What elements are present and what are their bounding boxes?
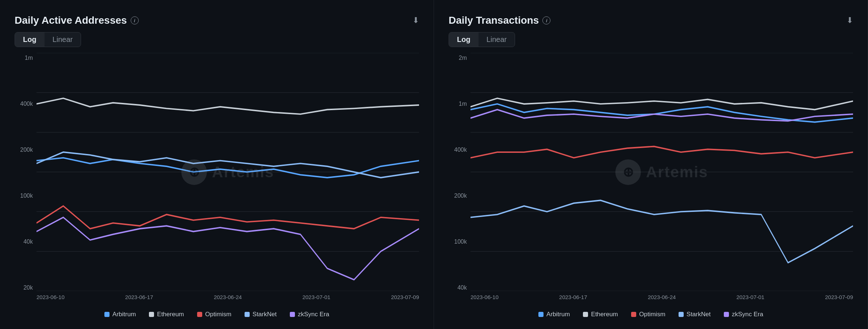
- panel-title-text-1: Daily Active Addresses: [15, 15, 127, 26]
- toggle-group-1: Log Linear: [15, 32, 81, 47]
- x-label-2-2: 2023-06-24: [648, 294, 676, 302]
- legend-dot-zksync-1: [290, 312, 295, 317]
- legend-dot-arbitrum-1: [104, 312, 110, 317]
- y-label-1m: 1m: [15, 55, 37, 61]
- chart-svg-2: ⊕ Artemis: [471, 53, 853, 291]
- toggle-log-2[interactable]: Log: [449, 32, 479, 47]
- legend-item-ethereum-2: Ethereum: [583, 311, 618, 318]
- legend-label-optimism-1: Optimism: [205, 311, 231, 318]
- chart-inner-2: ⊕ Artemis: [471, 53, 853, 302]
- legend-item-starknet-2: StarkNet: [679, 311, 711, 318]
- y-label-1m: 1m: [449, 101, 471, 107]
- panel-title-1: Daily Active Addresses i: [15, 15, 139, 26]
- chart-area-1: 1m 400k 200k 100k 40k 20k ⊕ Artemis: [15, 53, 419, 302]
- x-label-1-3: 2023-07-01: [302, 294, 330, 302]
- legend-label-zksync-2: zkSync Era: [732, 311, 763, 318]
- panel-header-2: Daily Transactions i ⬇: [449, 15, 853, 26]
- legend-item-starknet-1: StarkNet: [245, 311, 277, 318]
- y-axis-1: 1m 400k 200k 100k 40k 20k: [15, 53, 37, 302]
- panel-daily-active-addresses: Daily Active Addresses i ⬇ Log Linear 1m…: [0, 0, 434, 329]
- legend-dot-zksync-2: [724, 312, 729, 317]
- legend-item-zksync-2: zkSync Era: [724, 311, 763, 318]
- legend-item-arbitrum-1: Arbitrum: [104, 311, 136, 318]
- legend-dot-optimism-2: [631, 312, 636, 317]
- download-button-1[interactable]: ⬇: [412, 16, 419, 25]
- x-label-1-4: 2023-07-09: [391, 294, 419, 302]
- y-label-40k-2: 40k: [449, 285, 471, 291]
- legend-dot-optimism-1: [197, 312, 202, 317]
- legend-label-starknet-2: StarkNet: [687, 311, 711, 318]
- y-label-40k: 40k: [15, 239, 37, 245]
- toggle-linear-2[interactable]: Linear: [479, 32, 515, 47]
- x-label-2-1: 2023-06-17: [559, 294, 587, 302]
- y-label-200k-2: 200k: [449, 193, 471, 199]
- legend-dot-arbitrum-2: [538, 312, 544, 317]
- legend-item-arbitrum-2: Arbitrum: [538, 311, 570, 318]
- legend-1: Arbitrum Ethereum Optimism StarkNet zkSy…: [15, 308, 419, 318]
- x-label-2-0: 2023-06-10: [471, 294, 499, 302]
- info-icon-1[interactable]: i: [131, 16, 139, 24]
- y-label-20k: 20k: [15, 285, 37, 291]
- chart-svg-element-2: [471, 53, 853, 291]
- legend-dot-starknet-2: [679, 312, 684, 317]
- y-axis-2: 2m 1m 400k 200k 100k 40k: [449, 53, 471, 302]
- panel-title-text-2: Daily Transactions: [449, 15, 539, 26]
- x-label-1-2: 2023-06-24: [214, 294, 242, 302]
- x-axis-2: 2023-06-10 2023-06-17 2023-06-24 2023-07…: [471, 291, 853, 302]
- legend-label-ethereum-1: Ethereum: [157, 311, 184, 318]
- legend-dot-ethereum-2: [583, 312, 588, 317]
- panel-title-2: Daily Transactions i: [449, 15, 550, 26]
- panel-header-1: Daily Active Addresses i ⬇: [15, 15, 419, 26]
- y-label-100k: 100k: [15, 193, 37, 199]
- y-label-400k-2: 400k: [449, 147, 471, 153]
- x-label-2-3: 2023-07-01: [736, 294, 764, 302]
- toggle-group-2: Log Linear: [449, 32, 515, 47]
- info-icon-2[interactable]: i: [542, 16, 550, 24]
- chart-svg-element-1: [37, 53, 419, 291]
- legend-dot-starknet-1: [245, 312, 250, 317]
- y-label-100k-2: 100k: [449, 239, 471, 245]
- chart-svg-1: ⊕ Artemis: [37, 53, 419, 291]
- x-label-1-0: 2023-06-10: [37, 294, 65, 302]
- x-label-2-4: 2023-07-09: [825, 294, 853, 302]
- chart-inner-1: ⊕ Artemis: [37, 53, 419, 302]
- legend-label-arbitrum-2: Arbitrum: [546, 311, 570, 318]
- download-button-2[interactable]: ⬇: [846, 16, 853, 25]
- legend-item-zksync-1: zkSync Era: [290, 311, 329, 318]
- legend-label-starknet-1: StarkNet: [253, 311, 277, 318]
- legend-item-optimism-1: Optimism: [197, 311, 231, 318]
- y-label-2m: 2m: [449, 55, 471, 61]
- panel-daily-transactions: Daily Transactions i ⬇ Log Linear 2m 1m …: [434, 0, 868, 329]
- toggle-linear-1[interactable]: Linear: [45, 32, 81, 47]
- legend-label-arbitrum-1: Arbitrum: [112, 311, 136, 318]
- y-label-400k: 400k: [15, 101, 37, 107]
- legend-label-zksync-1: zkSync Era: [298, 311, 329, 318]
- legend-label-optimism-2: Optimism: [639, 311, 665, 318]
- x-label-1-1: 2023-06-17: [125, 294, 153, 302]
- legend-dot-ethereum-1: [149, 312, 154, 317]
- toggle-log-1[interactable]: Log: [15, 32, 45, 47]
- legend-2: Arbitrum Ethereum Optimism StarkNet zkSy…: [449, 308, 853, 318]
- legend-label-ethereum-2: Ethereum: [591, 311, 618, 318]
- y-label-200k: 200k: [15, 147, 37, 153]
- chart-area-2: 2m 1m 400k 200k 100k 40k ⊕ Artemis: [449, 53, 853, 302]
- x-axis-1: 2023-06-10 2023-06-17 2023-06-24 2023-07…: [37, 291, 419, 302]
- legend-item-optimism-2: Optimism: [631, 311, 665, 318]
- legend-item-ethereum-1: Ethereum: [149, 311, 184, 318]
